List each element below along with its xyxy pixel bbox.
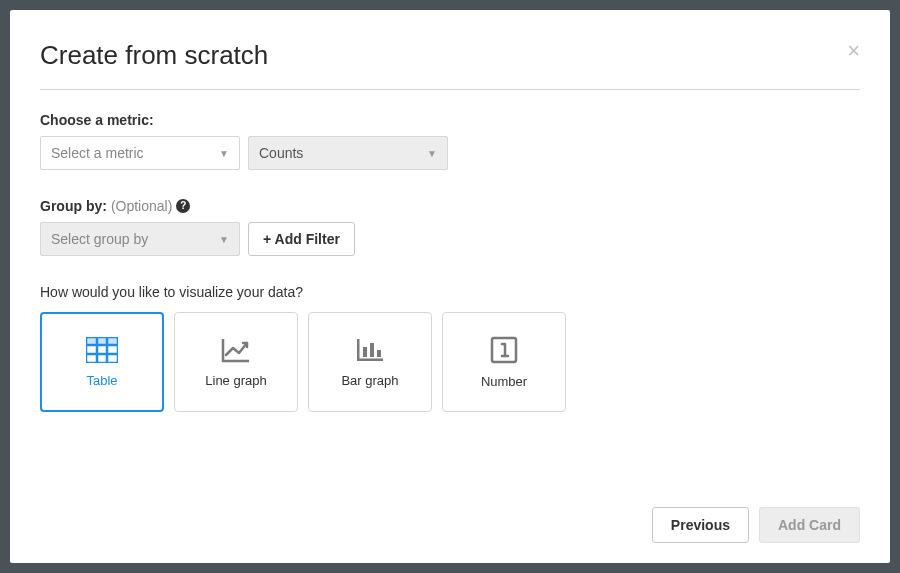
group-by-optional: (Optional) [111,198,172,214]
create-from-scratch-modal: Create from scratch × Choose a metric: S… [10,10,890,563]
svg-rect-7 [357,358,383,361]
add-card-button[interactable]: Add Card [759,507,860,543]
viz-option-number[interactable]: Number [442,312,566,412]
bar-graph-icon [355,337,385,363]
viz-option-bar[interactable]: Bar graph [308,312,432,412]
chevron-down-icon: ▼ [219,234,229,245]
svg-rect-6 [357,339,360,361]
svg-rect-8 [363,347,367,357]
group-by-row: Select group by ▼ + Add Filter [40,222,860,256]
previous-button[interactable]: Previous [652,507,749,543]
metric-row: Select a metric ▼ Counts ▼ [40,136,860,170]
group-by-label: Group by: [40,198,107,214]
group-by-placeholder: Select group by [51,231,148,247]
aggregation-select[interactable]: Counts ▼ [248,136,448,170]
group-by-select[interactable]: Select group by ▼ [40,222,240,256]
visualize-label: How would you like to visualize your dat… [40,284,860,300]
table-icon [86,337,118,363]
svg-rect-10 [377,350,381,357]
help-icon[interactable]: ? [176,199,190,213]
close-icon: × [847,38,860,63]
add-filter-button[interactable]: + Add Filter [248,222,355,256]
modal-footer: Previous Add Card [40,487,860,543]
viz-option-table[interactable]: Table [40,312,164,412]
viz-option-line[interactable]: Line graph [174,312,298,412]
svg-rect-5 [86,337,118,345]
viz-label-bar: Bar graph [341,373,398,388]
metric-select[interactable]: Select a metric ▼ [40,136,240,170]
number-icon [490,336,518,364]
metric-label: Choose a metric: [40,112,860,128]
metric-select-placeholder: Select a metric [51,145,144,161]
viz-label-number: Number [481,374,527,389]
close-button[interactable]: × [847,40,860,62]
aggregation-value: Counts [259,145,303,161]
modal-title: Create from scratch [40,40,268,71]
line-graph-icon [221,337,251,363]
modal-header: Create from scratch × [40,40,860,90]
viz-label-table: Table [86,373,117,388]
viz-options: Table Line graph [40,312,860,412]
group-by-label-row: Group by: (Optional) ? [40,198,860,214]
svg-rect-9 [370,343,374,357]
chevron-down-icon: ▼ [427,148,437,159]
viz-label-line: Line graph [205,373,266,388]
chevron-down-icon: ▼ [219,148,229,159]
